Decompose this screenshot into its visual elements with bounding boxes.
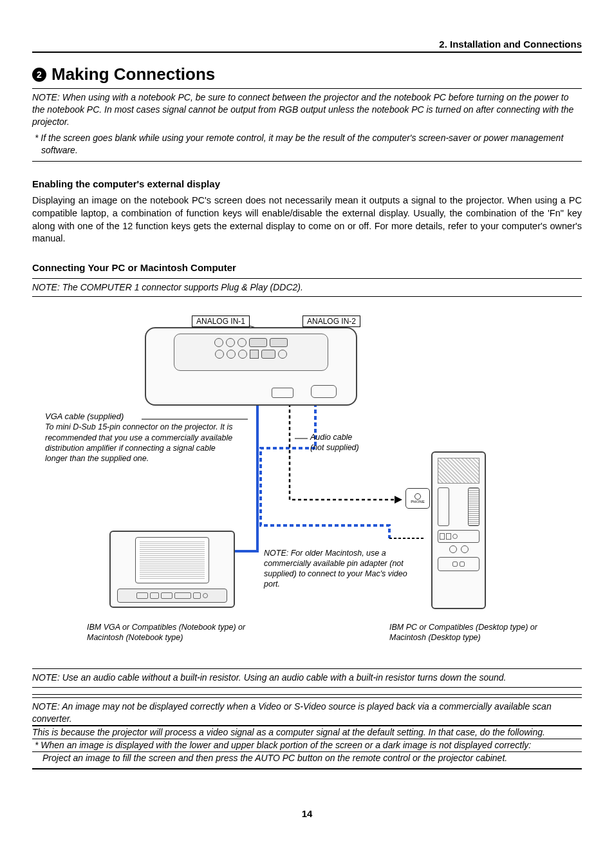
body-enabling-display: Displaying an image on the notebook PC's… xyxy=(32,194,582,245)
note-notebook-pc: NOTE: When using with a notebook PC, be … xyxy=(32,89,582,132)
projector-illustration xyxy=(145,327,357,406)
caption-laptop: IBM VGA or Compatibles (Notebook type) o… xyxy=(87,622,248,643)
callout-audio-cable-body: (not supplied) xyxy=(310,442,400,453)
title-text: Making Connections xyxy=(51,64,215,84)
note-older-macintosh: NOTE: For older Macintosh, use a commerc… xyxy=(264,548,418,590)
caption-desktop: IBM PC or Compatibles (Desktop type) or … xyxy=(389,622,557,643)
note-screen-blank: * If the screen goes blank while using y… xyxy=(32,132,582,162)
note-scan-converter: NOTE: An image may not be displayed corr… xyxy=(32,697,582,726)
label-analog-in-1: ANALOG IN-1 xyxy=(192,316,250,327)
page-number: 14 xyxy=(32,808,582,819)
heading-connecting-pc: Connecting Your PC or Macintosh Computer xyxy=(32,262,582,273)
connection-diagram: ANALOG IN-1 ANALOG IN-2 VGA cable (suppl… xyxy=(32,307,582,654)
callout-vga-cable-head: VGA cable (supplied) xyxy=(45,411,235,422)
phone-jack-desktop: PHONE xyxy=(405,488,430,509)
divider xyxy=(32,769,582,769)
title-number-badge: 2 xyxy=(32,68,46,82)
note-default-setting: This is because the projector will proce… xyxy=(32,726,582,739)
label-analog-in-2: ANALOG IN-2 xyxy=(302,316,360,327)
divider xyxy=(32,161,582,162)
main-title: 2 Making Connections xyxy=(32,64,582,84)
callout-audio-cable-head: Audio cable xyxy=(310,432,400,442)
bottom-notes: NOTE: Use an audio cable without a built… xyxy=(32,668,582,769)
svg-marker-4 xyxy=(395,496,402,504)
note-ddc2: NOTE: The COMPUTER 1 connector supports … xyxy=(32,279,582,296)
desktop-illustration xyxy=(431,451,486,609)
note-audio-resistor: NOTE: Use an audio cable without a built… xyxy=(32,668,582,688)
phone-label: PHONE xyxy=(411,500,424,504)
callout-audio-cable: Audio cable (not supplied) xyxy=(310,432,400,453)
callout-vga-cable-body: To mini D-Sub 15-pin connector on the pr… xyxy=(45,422,235,464)
laptop-illustration xyxy=(109,531,235,608)
note-black-portion: * When an image is displayed with the lo… xyxy=(32,739,582,751)
note-auto-pc: Project an image to fill the screen and … xyxy=(32,751,582,769)
heading-enabling-display: Enabling the computer's external display xyxy=(32,178,582,189)
callout-vga-cable: VGA cable (supplied) To mini D-Sub 15-pi… xyxy=(45,411,235,464)
divider xyxy=(32,296,582,297)
section-header: 2. Installation and Connections xyxy=(32,39,582,53)
